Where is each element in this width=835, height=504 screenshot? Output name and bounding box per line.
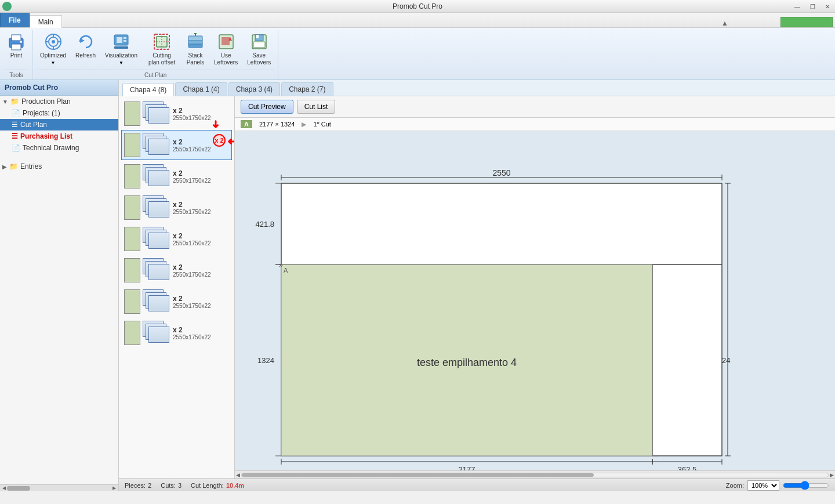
projects-label: Projects: (1) bbox=[23, 109, 60, 117]
save-leftovers-button[interactable]: SaveLeftovers bbox=[244, 30, 274, 68]
use-leftovers-label: UseLeftovers bbox=[214, 52, 238, 66]
doc-icon: 📄 bbox=[12, 109, 20, 117]
main-layout: Promob Cut Pro ▼ 📁 Production Plan 📄 Pro… bbox=[0, 80, 835, 491]
tab-file[interactable]: File bbox=[0, 12, 30, 27]
panel-item-8[interactable]: x 2 2550x1750x22 bbox=[121, 318, 232, 348]
svg-rect-16 bbox=[124, 40, 126, 42]
sidebar-item-purchasing-list[interactable]: ☰ Purchasing List bbox=[0, 130, 118, 142]
visualization-label: Visualization bbox=[105, 52, 137, 59]
optimized-label: Optimized bbox=[40, 52, 66, 59]
svg-rect-15 bbox=[124, 37, 126, 39]
use-leftovers-icon bbox=[217, 32, 235, 51]
preview-container: x 2 2550x1750x22 x 2 2550x1750x22 ➜➜x 2 bbox=[119, 96, 835, 478]
cut-preview-area: Cut Preview Cut List A 2177 × 1324 ▶ 1º … bbox=[235, 96, 835, 478]
badge-x2-2: x 2 bbox=[213, 134, 226, 147]
panel-item-7[interactable]: x 2 2550x1750x22 bbox=[121, 287, 232, 317]
svg-rect-31 bbox=[253, 42, 265, 48]
scroll-left-button[interactable]: ◀ bbox=[236, 472, 240, 478]
cut-length-label: Cut Length: bbox=[191, 482, 224, 489]
sidebar-item-technical-drawing[interactable]: 📄 Technical Drawing bbox=[0, 142, 118, 154]
horizontal-scrollbar[interactable]: ◀ ▶ bbox=[235, 470, 835, 478]
status-bar: Pieces: 2 Cuts: 3 Cut Length: 10.4m Zoom… bbox=[119, 478, 835, 491]
panel-item-5[interactable]: x 2 2550x1750x22 bbox=[121, 224, 232, 254]
refresh-label: Refresh bbox=[75, 52, 96, 59]
zoom-slider[interactable] bbox=[783, 481, 829, 490]
menu-bar: File Main ▲ bbox=[0, 13, 835, 28]
ribbon-collapse-button[interactable]: ▲ bbox=[721, 19, 728, 27]
panel-item-3[interactable]: x 2 2550x1750x22 bbox=[121, 161, 232, 191]
panel-info-3: x 2 2550x1750x22 bbox=[173, 169, 211, 184]
panel-info-8: x 2 2550x1750x22 bbox=[173, 326, 211, 340]
title-bar: Promob Cut Pro — ❐ ✕ bbox=[0, 0, 835, 13]
panel-info-6: x 2 2550x1750x22 bbox=[173, 263, 211, 278]
panel-swatch-2 bbox=[124, 133, 140, 157]
purchase-icon: ☰ bbox=[12, 132, 18, 140]
purchasing-list-label: Purchasing List bbox=[20, 132, 72, 140]
ribbon-group-cut-plan-content: Optimized ▼ Refresh bbox=[37, 30, 274, 68]
scroll-right-arrow[interactable]: ▶ bbox=[111, 485, 117, 491]
panel-info-2: x 2 2550x1750x22 bbox=[173, 138, 211, 153]
cuts-count: 3 bbox=[178, 482, 181, 489]
panel-info-7: x 2 2550x1750x22 bbox=[173, 295, 211, 309]
sidebar-item-production-plan[interactable]: ▼ 📁 Production Plan bbox=[0, 96, 118, 107]
collapse-icon: ▼ bbox=[2, 99, 8, 105]
sidebar-item-projects[interactable]: 📄 Projects: (1) bbox=[0, 107, 118, 119]
sidebar-scrollbar-thumb[interactable] bbox=[7, 486, 30, 491]
svg-rect-2 bbox=[12, 44, 21, 50]
scroll-right-button[interactable]: ▶ bbox=[830, 472, 834, 478]
cut-dimensions: 2177 × 1324 bbox=[259, 121, 295, 128]
visualization-button[interactable]: Visualization ▼ bbox=[101, 30, 141, 68]
panel-stack-1 bbox=[143, 101, 170, 126]
sheet-tab-chapa3[interactable]: Chapa 3 (4) bbox=[228, 82, 280, 96]
cutting-plan-offset-label: Cutting plan offset bbox=[147, 52, 177, 66]
sheet-tab-chapa1[interactable]: Chapa 1 (4) bbox=[175, 82, 227, 96]
print-label: Print bbox=[10, 52, 23, 59]
stack-panels-label: StackPanels bbox=[187, 52, 205, 66]
panel-swatch-8 bbox=[124, 321, 140, 345]
panel-dims-8: 2550x1750x22 bbox=[173, 334, 211, 340]
zoom-select[interactable]: 100% 75% 50% 125% 150% bbox=[747, 480, 779, 491]
stack-panels-button[interactable]: StackPanels bbox=[183, 30, 208, 68]
use-leftovers-button[interactable]: UseLeftovers bbox=[210, 30, 241, 68]
drawing-area[interactable]: 2550 1750 421.8 1324 bbox=[235, 131, 835, 470]
panel-swatch-5 bbox=[124, 227, 140, 251]
svg-marker-11 bbox=[80, 38, 85, 43]
optimized-button[interactable]: Optimized ▼ bbox=[37, 30, 70, 68]
panel-dims-2: 2550x1750x22 bbox=[173, 146, 211, 153]
folder-icon: 📁 bbox=[10, 97, 19, 106]
sidebar-scrollbar-area: ◀ ▶ bbox=[0, 484, 118, 491]
refresh-button[interactable]: Refresh bbox=[72, 30, 99, 61]
panel-count-7: x 2 bbox=[173, 295, 211, 303]
panel-swatch-6 bbox=[124, 258, 140, 282]
svg-rect-30 bbox=[256, 35, 259, 38]
panel-item-1[interactable]: x 2 2550x1750x22 bbox=[121, 99, 232, 129]
app-title: Promob Cut Pro bbox=[393, 2, 442, 10]
cut-preview-button[interactable]: Cut Preview bbox=[241, 100, 293, 114]
panel-item-2[interactable]: x 2 2550x1750x22 ➜➜x 2 bbox=[121, 130, 232, 160]
close-button[interactable]: ✕ bbox=[820, 0, 835, 13]
sheet-tab-chapa2[interactable]: Chapa 2 (7) bbox=[281, 82, 333, 96]
panel-count-3: x 2 bbox=[173, 169, 211, 177]
print-button[interactable]: Print bbox=[3, 30, 29, 61]
panel-item-4[interactable]: x 2 2550x1750x22 bbox=[121, 193, 232, 223]
cut-label-badge: A bbox=[241, 120, 252, 128]
svg-rect-27 bbox=[222, 37, 230, 45]
svg-point-3 bbox=[20, 41, 22, 43]
svg-text:421.8: 421.8 bbox=[255, 220, 274, 229]
tab-main[interactable]: Main bbox=[30, 15, 62, 28]
cut-length-value: 10.4m bbox=[226, 482, 244, 489]
cut-list-button[interactable]: Cut List bbox=[297, 100, 336, 114]
panel-item-6[interactable]: x 2 2550x1750x22 bbox=[121, 255, 232, 285]
panel-count-1: x 2 bbox=[173, 107, 211, 115]
panel-count-4: x 2 bbox=[173, 201, 211, 209]
minimize-button[interactable]: — bbox=[790, 0, 805, 13]
panel-stack-7 bbox=[143, 289, 170, 314]
cutting-plan-offset-button[interactable]: Cutting plan offset bbox=[143, 30, 180, 68]
entries-collapse-icon: ▶ bbox=[2, 164, 7, 170]
sidebar-item-cut-plan[interactable]: ☰ Cut Plan bbox=[0, 119, 118, 130]
sidebar-item-entries[interactable]: ▶ 📁 Entries bbox=[0, 161, 118, 172]
scroll-left-arrow[interactable]: ◀ bbox=[1, 485, 7, 491]
panel-dims-7: 2550x1750x22 bbox=[173, 303, 211, 309]
sheet-tab-chapa4[interactable]: Chapa 4 (8) bbox=[122, 83, 174, 96]
restore-button[interactable]: ❐ bbox=[805, 0, 820, 13]
